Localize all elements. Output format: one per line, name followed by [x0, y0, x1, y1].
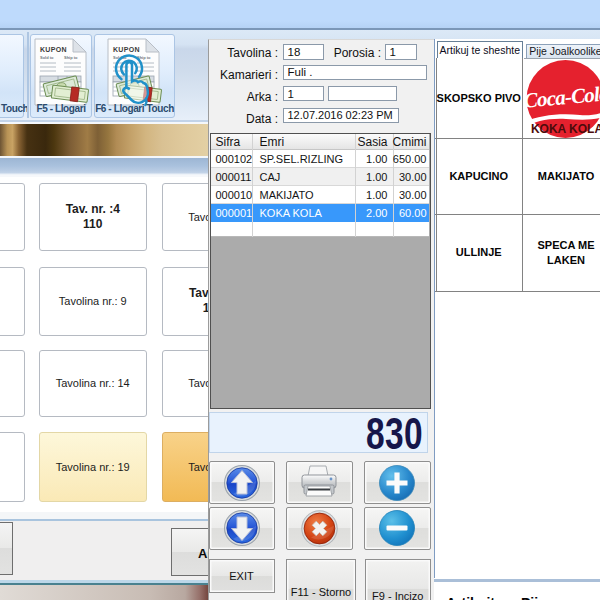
svg-text:Ship to: Ship to	[64, 55, 78, 60]
svg-text:KOKA KOLA: KOKA KOLA	[531, 122, 600, 136]
svg-text:KUPON: KUPON	[40, 46, 67, 53]
svg-text:KUPON: KUPON	[113, 46, 140, 53]
svg-text:Sold to: Sold to	[40, 55, 54, 60]
